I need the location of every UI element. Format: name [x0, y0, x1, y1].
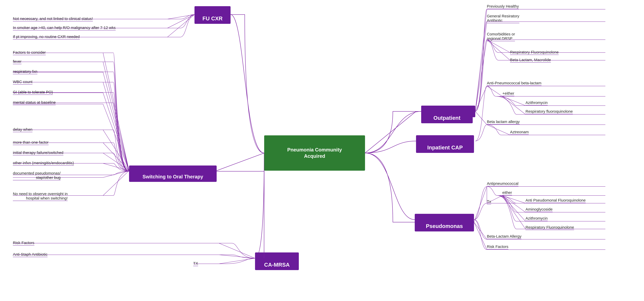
label-more-than-one: more than one factor	[13, 140, 48, 145]
svg-line-4	[475, 40, 487, 112]
svg-line-55	[103, 93, 129, 171]
label-risk-factors-mrsa: Risk Factors	[13, 240, 34, 246]
label-beta-lactam-macrolide: Beta-Lactam, Macrolide	[510, 58, 551, 62]
label-wbc-count: WBC count	[13, 80, 32, 84]
svg-line-29	[502, 196, 526, 203]
label-either-pseudo: either	[502, 190, 512, 195]
svg-line-20	[487, 125, 510, 135]
label-risk-factors-pseudo: Risk Factors	[487, 244, 508, 249]
label-respiratory-fluoroquinolone-pseudo: Respiratory Fluoroquinolone	[526, 225, 574, 230]
label-aminoglycoside: Aminoglycoside	[526, 207, 552, 212]
label-previously-healthy: Previously Healthy	[487, 4, 519, 9]
svg-line-33	[502, 196, 526, 221]
svg-line-57	[103, 104, 129, 171]
label-respiratory-fxn: respiratory fxn	[13, 69, 37, 74]
svg-line-31	[502, 196, 526, 212]
label-fever: fever	[13, 59, 22, 64]
svg-line-51	[103, 72, 129, 171]
inpatient-cap-node: Inpatient CAP	[416, 135, 474, 153]
svg-line-10	[475, 86, 487, 112]
svg-line-35	[502, 196, 526, 229]
svg-line-49	[103, 62, 129, 171]
label-anti-pseudomonal-fluoroquinolone: Anti Pseudomonal Fluoroquinolone	[526, 198, 586, 203]
ca-mrsa-node: CA-MRSA	[255, 252, 299, 270]
label-smoker-age: In smoker age >40, can help R/O malignan…	[13, 26, 230, 30]
label-factors-consider: Factors to consider	[13, 50, 46, 55]
label-tx-mrsa: TX	[193, 261, 198, 266]
svg-line-14	[502, 96, 526, 106]
label-aztreonam: Aztreonam	[510, 130, 529, 135]
svg-line-47	[103, 53, 129, 171]
label-pt-improving: If pt improving, no routine CXR needed	[13, 34, 230, 40]
svg-line-67	[103, 171, 129, 178]
switching-oral-node: Switching to Oral Therapy	[129, 166, 217, 182]
label-plus-either: +either	[502, 91, 514, 96]
label-mental-status: mental status at baseline	[13, 100, 56, 105]
pseudomonas-node: Pseudomonas	[415, 214, 474, 232]
label-no-need-observe: No need to observe overnight inhospital …	[13, 192, 68, 201]
svg-line-53	[103, 82, 129, 171]
svg-line-22	[474, 186, 487, 222]
label-beta-lactam-allergy-pseudo: Beta-Lactam Allergy	[487, 234, 522, 239]
outpatient-node: Outpatient	[421, 106, 473, 123]
label-general-respiratory-antibiotic: General ResiratoryAntibiotic	[487, 14, 519, 23]
label-anti-staph: Anti-Staph Antibiotic	[13, 252, 48, 257]
svg-line-16	[502, 96, 526, 114]
svg-line-8	[487, 40, 510, 60]
svg-line-65	[103, 163, 129, 171]
label-initial-therapy: initial therapy failure/switched	[13, 150, 63, 155]
svg-line-69	[103, 171, 129, 196]
svg-line-18	[475, 112, 487, 125]
label-anti-pneumococcal-beta-lactam: Anti-Pneumococcal beta-lactam	[487, 81, 542, 86]
label-documented-pseudo: documented pseudomonas/stap/other bug	[13, 171, 60, 180]
svg-line-6	[487, 40, 510, 52]
mindmap-container: Pneumonia Community Acquired Outpatient …	[0, 0, 644, 301]
svg-line-12	[487, 86, 502, 96]
svg-line-39	[474, 222, 487, 250]
svg-line-59	[103, 130, 129, 171]
label-not-necessary: Not necessary, and not linked to clinica…	[13, 16, 230, 22]
label-respiratory-fluoroquinolone-inp: Respiratory fluoroquinolone	[526, 109, 573, 114]
label-azithromycin-pseudo: Azithromycin	[526, 216, 548, 221]
label-other-infxn: other infxn (meningitis/endocarditis)	[13, 161, 74, 166]
label-comorbidities: Comorbidities orregional DRSP	[487, 32, 515, 41]
svg-line-75	[219, 258, 255, 264]
svg-line-37	[474, 222, 487, 239]
center-label: Pneumonia Community Acquired	[264, 135, 365, 171]
label-azithromycin-inp: Azithromycin	[526, 100, 548, 105]
svg-line-61	[103, 143, 129, 171]
label-gi: GI (able to tolerate PO)	[13, 90, 53, 95]
svg-line-2	[475, 22, 487, 112]
label-delay-when: delay when	[13, 127, 32, 132]
label-tx: Tx	[487, 200, 491, 204]
svg-line-0	[475, 9, 487, 112]
center-node: Pneumonia Community Acquired	[264, 135, 365, 171]
label-antipneumococcal: Antipneumococcal	[487, 181, 518, 186]
svg-line-71	[219, 243, 255, 258]
label-respiratory-fluoroquinolone-out: Respiratory Fluoroquinolone	[510, 50, 558, 55]
svg-line-63	[103, 153, 129, 171]
svg-line-73	[219, 255, 255, 258]
label-beta-lactam-allergy-inp: Beta lactam allergy	[487, 120, 520, 124]
